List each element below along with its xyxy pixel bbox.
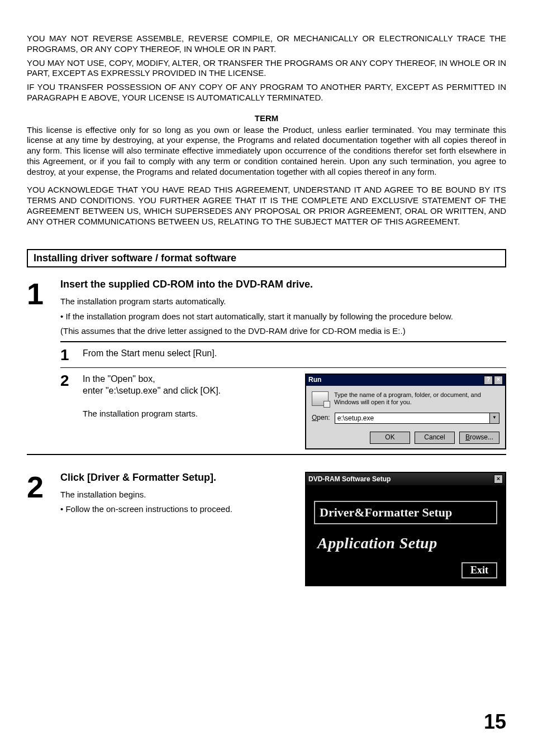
step-2-bullet: Follow the on-screen instructions to pro… (60, 504, 298, 515)
open-combobox[interactable]: ▼ (335, 413, 499, 424)
substep-2-line2: enter "e:\setup.exe" and click [OK]. (83, 385, 294, 397)
close-icon[interactable]: × (494, 376, 503, 385)
term-body: This license is effective only for so lo… (27, 125, 506, 178)
substep-1-text: From the Start menu select [Run]. (83, 348, 506, 360)
substep-2-line3: The installation program starts. (83, 408, 294, 419)
help-icon[interactable]: ? (484, 376, 493, 385)
license-paragraph-2: YOU MAY NOT USE, COPY, MODIFY, ALTER, OR… (27, 58, 506, 79)
step-1-number: 1 (27, 282, 60, 306)
run-dialog-description: Type the name of a program, folder, or d… (334, 391, 499, 405)
step-1-title: Insert the supplied CD-ROM into the DVD-… (60, 279, 506, 290)
substep-1-number: 1 (60, 348, 83, 362)
open-label: Open: (312, 414, 330, 423)
divider (60, 341, 506, 342)
manual-page: YOU MAY NOT REVERSE ASSEMBLE, REVERSE CO… (0, 0, 533, 756)
setup-dialog-title: DVD-RAM Software Setup (308, 475, 391, 483)
substep-2: 2 In the "Open" box, enter "e:\setup.exe… (60, 374, 506, 449)
ok-button[interactable]: OK (370, 432, 410, 444)
section-title: Installing driver software / format soft… (27, 249, 506, 267)
setup-dialog: DVD-RAM Software Setup × Driver&Formatte… (305, 472, 506, 586)
step-2: 2 Click [Driver & Formatter Setup]. The … (27, 472, 506, 586)
close-icon[interactable]: × (494, 475, 503, 484)
term-heading: TERM (27, 113, 506, 123)
page-number: 15 (484, 710, 506, 734)
driver-formatter-setup-button[interactable]: Driver&Formatter Setup (314, 501, 497, 524)
step-2-line1: The installation begins. (60, 489, 298, 500)
substep-2-line1: In the "Open" box, (83, 374, 294, 385)
step-2-title: Click [Driver & Formatter Setup]. (60, 472, 298, 484)
step-1: 1 Insert the supplied CD-ROM into the DV… (27, 279, 506, 338)
cancel-button[interactable]: Cancel (415, 432, 455, 444)
run-dialog-titlebar[interactable]: Run ? × (306, 375, 505, 386)
run-dialog-title: Run (308, 376, 321, 385)
acknowledgement-paragraph: YOU ACKNOWLEDGE THAT YOU HAVE READ THIS … (27, 185, 506, 227)
run-dialog: Run ? × Type the name of a program, fold… (305, 374, 506, 449)
setup-dialog-titlebar[interactable]: DVD-RAM Software Setup × (306, 473, 505, 485)
dropdown-icon[interactable]: ▼ (489, 413, 499, 423)
license-paragraph-1: YOU MAY NOT REVERSE ASSEMBLE, REVERSE CO… (27, 34, 506, 55)
open-input[interactable] (335, 413, 489, 423)
step-1-line1: The installation program starts automati… (60, 296, 506, 307)
exit-button[interactable]: Exit (461, 562, 497, 578)
step-1-bullet: If the installation program does not sta… (60, 311, 506, 322)
step-2-number: 2 (27, 475, 60, 586)
divider (27, 454, 506, 455)
step-1-note: (This assumes that the drive letter assi… (60, 326, 506, 337)
license-paragraph-3: IF YOU TRANSFER POSSESSION OF ANY COPY O… (27, 82, 506, 103)
application-setup-button[interactable]: Application Setup (314, 532, 497, 554)
divider (60, 367, 506, 368)
substep-1: 1 From the Start menu select [Run]. (60, 348, 506, 362)
substep-2-number: 2 (60, 374, 83, 387)
run-dialog-icon (312, 391, 329, 406)
browse-button[interactable]: Browse... (459, 432, 499, 444)
